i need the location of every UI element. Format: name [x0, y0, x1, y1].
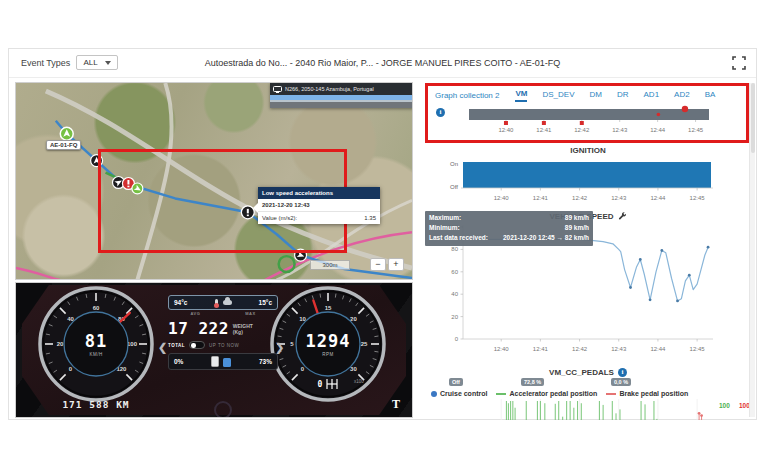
- pedal-status-badge: Off: [449, 378, 463, 386]
- ambient-temp-value: 15°c: [259, 299, 272, 306]
- highlight-red-box: Graph collection 2 VMDS_DEVDMDRAD1AD2BA …: [425, 83, 749, 143]
- pedal-status-badge: 72,8 %: [521, 378, 544, 386]
- svg-text:12:45: 12:45: [690, 346, 706, 352]
- tab-ba[interactable]: BA: [705, 90, 716, 101]
- streetview-icon: [273, 86, 282, 93]
- pedals-info-icon[interactable]: i: [618, 368, 627, 377]
- fullscreen-icon[interactable]: [732, 56, 746, 70]
- tab-vm[interactable]: VM: [515, 89, 527, 102]
- pedal-legend: Cruise controlAccelerator pedal position…: [423, 388, 753, 399]
- svg-text:12:44: 12:44: [650, 127, 666, 133]
- scrollbar-thumb[interactable]: [751, 83, 755, 153]
- zoom-in-button[interactable]: +: [388, 258, 404, 271]
- streetview-address: N266, 2050-145 Azambuja, Portugal: [285, 86, 374, 92]
- svg-text:80: 80: [451, 246, 458, 252]
- tab-ds_dev[interactable]: DS_DEV: [542, 90, 574, 101]
- pedal-status-badge: 0,0 %: [611, 378, 631, 386]
- chevron-left-icon[interactable]: ❮: [158, 341, 167, 354]
- header: Event Types ALL Autoestrada do No... - 2…: [9, 49, 756, 78]
- vehicle-marker-start[interactable]: [60, 127, 73, 140]
- tooltip-value: 1.35: [364, 215, 376, 221]
- vehicle-speed-section: VEHICLE SPEED Maximum:89 km/hMinimum:89 …: [423, 212, 753, 365]
- left-column: AE-01-FQ N266, 2050-145 Azambuja, Portug…: [15, 82, 413, 418]
- temp-label-1: AVG: [190, 311, 200, 316]
- zoom-out-button[interactable]: −: [370, 258, 386, 271]
- svg-text:12:44: 12:44: [650, 195, 666, 201]
- speed-tooltip-row: Minimum:89 km/h: [429, 223, 589, 233]
- info-icon[interactable]: i: [436, 108, 445, 117]
- graphs-column: Graph collection 2 VMDS_DEVDMDRAD1AD2BA …: [423, 82, 753, 420]
- map[interactable]: AE-01-FQ N266, 2050-145 Azambuja, Portug…: [15, 82, 413, 280]
- map-tooltip: Low speed accelerations 2021-12-20 12:43…: [258, 187, 380, 224]
- vehicle-dashboard: 020406080100120 81 KM/H 171 588 KM 05101…: [15, 282, 413, 418]
- thermometer-icon: [215, 299, 218, 307]
- weight-value: 17 222: [168, 319, 229, 338]
- temp-label-2: MAX: [245, 311, 255, 316]
- svg-text:12:43: 12:43: [611, 346, 627, 352]
- tab-ad1[interactable]: AD1: [644, 90, 660, 101]
- adblue-level: 0%: [174, 358, 183, 365]
- legend-item[interactable]: Brake pedal position: [606, 390, 688, 397]
- streetview-preview[interactable]: N266, 2050-145 Azambuja, Portugal: [270, 83, 413, 108]
- streetview-image: [270, 95, 413, 108]
- tooltip-title: Low speed accelerations: [258, 187, 380, 199]
- svg-text:On: On: [450, 161, 458, 167]
- svg-text:100: 100: [719, 402, 730, 409]
- graph-collection-label[interactable]: Graph collection 2: [435, 91, 499, 100]
- speedometer-gauge: 020406080100120: [37, 285, 155, 403]
- svg-text:12:43: 12:43: [612, 127, 628, 133]
- tab-dm[interactable]: DM: [590, 90, 602, 101]
- odometer: 171 588 KM: [37, 399, 155, 410]
- total-uptonow-toggle[interactable]: [189, 341, 205, 349]
- svg-text:25: 25: [361, 341, 368, 347]
- svg-text:30: 30: [350, 366, 357, 372]
- ignition-chart[interactable]: OnOff12:4012:4112:4212:4312:4412:45: [423, 155, 751, 205]
- svg-text:12:40: 12:40: [494, 195, 510, 201]
- svg-text:12:42: 12:42: [572, 195, 588, 201]
- svg-text:12:40: 12:40: [494, 346, 510, 352]
- brand-logo: T: [392, 397, 400, 412]
- tab-dr[interactable]: DR: [617, 90, 629, 101]
- svg-text:60: 60: [451, 269, 458, 275]
- tooltip-date: 2021-12-20 12:43: [258, 199, 380, 212]
- speed-tooltip-row: Maximum:89 km/h: [429, 213, 589, 223]
- speed-tooltip: Maximum:89 km/hMinimum:89 km/hLast data …: [425, 211, 593, 246]
- svg-text:12:43: 12:43: [611, 195, 627, 201]
- pedals-title-row: VM_CC_PEDALS i: [423, 368, 753, 377]
- weight-unit: (Kg): [233, 329, 253, 335]
- legend-item[interactable]: Cruise control: [431, 390, 487, 397]
- svg-text:Off: Off: [450, 184, 458, 190]
- steering-emblem: [214, 401, 232, 418]
- total-label: TOTAL: [168, 343, 185, 348]
- speed-tooltip-row: Last data received:2021-12-20 12:45 → 82…: [429, 233, 589, 243]
- event-timeline-chart[interactable]: 12:4012:4112:4212:4312:4412:45: [428, 103, 750, 139]
- pedals-title: VM_CC_PEDALS: [549, 368, 614, 377]
- legend-line-icon: [496, 393, 506, 395]
- svg-text:60: 60: [93, 305, 100, 311]
- scrollbar[interactable]: [749, 83, 755, 417]
- svg-text:20: 20: [57, 341, 64, 347]
- svg-text:12:44: 12:44: [650, 346, 666, 352]
- tab-ad2[interactable]: AD2: [674, 90, 690, 101]
- legend-item[interactable]: Accelerator pedal position: [496, 390, 597, 397]
- svg-text:12:42: 12:42: [574, 127, 590, 133]
- gear-value: 0: [318, 380, 323, 389]
- svg-text:20: 20: [451, 314, 458, 320]
- pedals-chart[interactable]: 100100: [423, 399, 751, 420]
- route-secondary: [16, 268, 60, 280]
- vehicle-label[interactable]: AE-01-FQ: [46, 140, 81, 150]
- pedal-badges: Off72,8 %0,0 %: [423, 378, 753, 388]
- wrench-icon[interactable]: [618, 212, 627, 221]
- fuel-level: 73%: [259, 358, 272, 365]
- svg-text:0: 0: [455, 336, 459, 342]
- up-to-now-label: UP TO NOW: [209, 343, 239, 348]
- map-scale: 300m: [310, 260, 350, 270]
- svg-text:12:45: 12:45: [688, 127, 704, 133]
- main-panel: Event Types ALL Autoestrada do No... - 2…: [8, 48, 757, 420]
- cloud-icon: [223, 300, 232, 305]
- svg-text:20: 20: [350, 316, 357, 322]
- svg-text:x100: x100: [354, 379, 364, 384]
- dashboard-center-panel: 94°c 15°c AVG MAX 17 222 WEIGHT (Kg): [168, 295, 278, 370]
- svg-text:40: 40: [451, 291, 458, 297]
- svg-text:12:42: 12:42: [572, 346, 588, 352]
